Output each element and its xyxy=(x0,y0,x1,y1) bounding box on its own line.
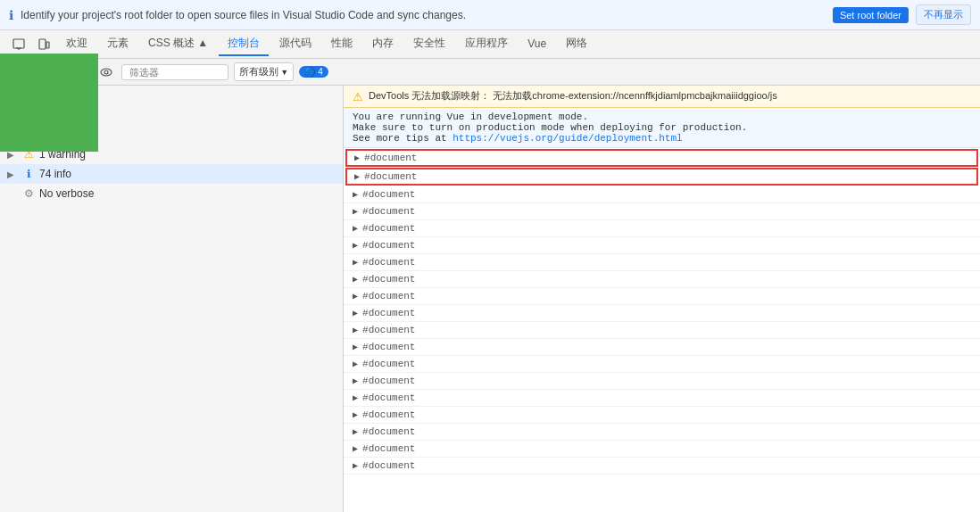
console-toolbar: top ▼ 所有级别 ▼ 🔵 4 xyxy=(0,59,980,86)
expand-arrow-icon: ▶ xyxy=(353,291,358,301)
doc-text: #document xyxy=(362,325,415,335)
tab-控制台[interactable]: 控制台 xyxy=(219,32,269,56)
doc-entry-17[interactable]: ▶#document xyxy=(344,441,980,458)
sidebar-item-label: No verbose xyxy=(39,187,336,200)
vue-line3: See more tips at https://vuejs.org/guide… xyxy=(353,133,971,144)
doc-text: #document xyxy=(362,189,415,200)
set-root-folder-button[interactable]: Set root folder xyxy=(833,7,909,23)
document-entries-list: ▶#document▶#document▶#document▶#document… xyxy=(344,149,980,475)
tab-性能[interactable]: 性能 xyxy=(322,32,361,56)
expand-arrow-icon: ▶ xyxy=(353,257,358,268)
vue-line2: Make sure to turn on production mode whe… xyxy=(353,122,971,133)
doc-entry-9[interactable]: ▶#document xyxy=(344,305,980,322)
dismiss-banner-button[interactable]: 不再显示 xyxy=(916,4,971,25)
arrow-icon: ▶ xyxy=(7,169,18,179)
doc-entry-3[interactable]: ▶#document xyxy=(344,203,980,220)
tab-安全性[interactable]: 安全性 xyxy=(404,32,454,56)
doc-entry-4[interactable]: ▶#document xyxy=(344,220,980,237)
log-level-dropdown[interactable]: 所有级别 ▼ xyxy=(234,62,294,81)
device-icon[interactable] xyxy=(32,33,55,56)
expand-arrow-icon: ▶ xyxy=(353,392,358,403)
doc-entry-1[interactable]: ▶#document xyxy=(345,168,978,186)
expand-arrow-icon: ▶ xyxy=(354,171,360,182)
doc-entry-5[interactable]: ▶#document xyxy=(344,237,980,254)
expand-arrow-icon: ▶ xyxy=(353,308,358,318)
sidebar-item-verbose[interactable]: ⚙No verbose xyxy=(0,184,343,203)
devtools-tab-bar: 欢迎元素CSS 概述 ▲控制台源代码性能内存安全性应用程序Vue网络 xyxy=(0,30,980,59)
doc-text: #document xyxy=(362,291,415,301)
doc-entry-15[interactable]: ▶#document xyxy=(344,407,980,424)
expand-arrow-icon: ▶ xyxy=(353,325,358,335)
tab-网络[interactable]: 网络 xyxy=(557,32,596,56)
doc-entry-0[interactable]: ▶#document xyxy=(345,149,978,167)
info-icon: ℹ xyxy=(21,168,36,180)
doc-entry-2[interactable]: ▶#document xyxy=(344,186,980,203)
svg-point-10 xyxy=(104,70,108,74)
vue-info-block: You are running Vue in development mode.… xyxy=(344,108,980,148)
expand-arrow-icon: ▶ xyxy=(353,359,358,369)
tab-vue[interactable]: Vue xyxy=(519,34,555,55)
doc-entry-13[interactable]: ▶#document xyxy=(344,373,980,390)
doc-text: #document xyxy=(362,443,415,454)
issues-badge[interactable]: 🔵 4 xyxy=(299,66,328,78)
vue-line1: You are running Vue in development mode. xyxy=(353,111,971,122)
doc-text: #document xyxy=(362,342,415,352)
tab-源代码[interactable]: 源代码 xyxy=(270,32,320,56)
expand-arrow-icon: ▶ xyxy=(353,240,358,251)
tab-元素[interactable]: 元素 xyxy=(98,32,137,56)
tabs-container: 欢迎元素CSS 概述 ▲控制台源代码性能内存安全性应用程序Vue网络 xyxy=(57,32,596,56)
vue-deployment-link[interactable]: https://vuejs.org/guide/deployment.html xyxy=(453,133,682,144)
tab-css-概述-▲[interactable]: CSS 概述 ▲ xyxy=(139,32,217,56)
expand-arrow-icon: ▶ xyxy=(353,409,358,420)
expand-arrow-icon: ▶ xyxy=(353,206,358,217)
tab-应用程序[interactable]: 应用程序 xyxy=(456,32,517,56)
doc-entry-12[interactable]: ▶#document xyxy=(344,356,980,373)
doc-text: #document xyxy=(362,223,415,234)
expand-arrow-icon: ▶ xyxy=(353,342,358,352)
sidebar-item-info[interactable]: ▶ℹ74 info xyxy=(0,164,343,184)
expand-arrow-icon: ▶ xyxy=(353,189,358,200)
svg-rect-4 xyxy=(46,42,49,48)
doc-text: #document xyxy=(362,240,415,251)
filter-input[interactable] xyxy=(121,64,228,80)
doc-text: #document xyxy=(362,426,415,437)
expand-arrow-icon: ▶ xyxy=(353,274,358,285)
svg-point-9 xyxy=(101,69,112,76)
svg-rect-0 xyxy=(13,39,24,48)
eye-visibility-button[interactable] xyxy=(96,62,116,82)
green-square-decoration xyxy=(0,54,98,152)
doc-text: #document xyxy=(364,171,417,182)
doc-text: #document xyxy=(362,409,415,420)
issues-count: 4 xyxy=(318,67,323,77)
doc-text: #document xyxy=(362,257,415,268)
doc-entry-11[interactable]: ▶#document xyxy=(344,339,980,356)
tab-欢迎[interactable]: 欢迎 xyxy=(57,32,96,56)
devtools-warning-banner: ⚠ DevTools 无法加载源映射： 无法加载chrome-extension… xyxy=(344,86,980,108)
main-area: ▶☰75 messa...▶👤74 user m...▶✕No errors▶⚠… xyxy=(0,86,980,512)
expand-arrow-icon: ▶ xyxy=(353,426,358,437)
doc-text: #document xyxy=(362,376,415,386)
expand-arrow-icon: ▶ xyxy=(353,460,358,471)
level-label: 所有级别 xyxy=(239,65,278,78)
doc-entry-16[interactable]: ▶#document xyxy=(344,424,980,441)
root-folder-banner: ℹ Identify your project's root folder to… xyxy=(0,0,980,30)
doc-entry-6[interactable]: ▶#document xyxy=(344,254,980,271)
doc-entry-10[interactable]: ▶#document xyxy=(344,322,980,339)
expand-arrow-icon: ▶ xyxy=(354,153,360,163)
doc-entry-7[interactable]: ▶#document xyxy=(344,271,980,288)
verbose-icon: ⚙ xyxy=(21,187,36,200)
expand-arrow-icon: ▶ xyxy=(353,376,358,386)
tab-内存[interactable]: 内存 xyxy=(363,32,403,56)
info-icon: ℹ xyxy=(9,8,13,22)
level-arrow-icon: ▼ xyxy=(280,68,288,77)
doc-text: #document xyxy=(362,206,415,217)
expand-arrow-icon: ▶ xyxy=(353,443,358,454)
doc-entry-8[interactable]: ▶#document xyxy=(344,288,980,305)
issues-icon: 🔵 xyxy=(304,67,315,77)
doc-text: #document xyxy=(362,460,415,471)
doc-entry-14[interactable]: ▶#document xyxy=(344,390,980,407)
banner-text: Identify your project's root folder to o… xyxy=(21,9,826,21)
doc-entry-18[interactable]: ▶#document xyxy=(344,458,980,475)
inspect-icon[interactable] xyxy=(7,33,30,56)
console-output-panel: ⚠ DevTools 无法加载源映射： 无法加载chrome-extension… xyxy=(344,86,980,512)
